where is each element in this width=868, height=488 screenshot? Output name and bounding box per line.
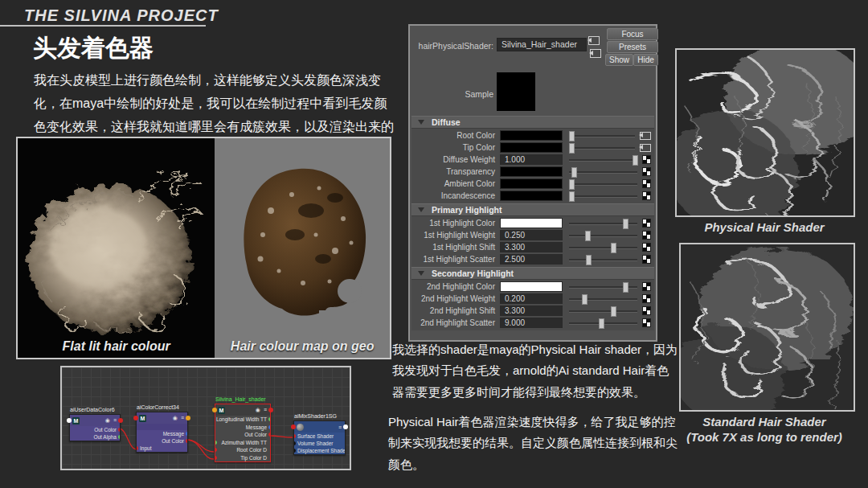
attr-row-1st-highlight-color: 1st Highlight Color bbox=[411, 217, 654, 229]
section-header-primary-highlight[interactable]: Primary Highlight bbox=[411, 203, 654, 216]
connection-icon[interactable] bbox=[640, 144, 651, 152]
port-volume-shader[interactable]: Volume Shader bbox=[294, 440, 345, 447]
color-swatch[interactable] bbox=[500, 142, 563, 153]
attr-slider[interactable] bbox=[569, 179, 637, 188]
port-message[interactable]: Message bbox=[137, 430, 187, 437]
texture-map-icon[interactable] bbox=[642, 243, 651, 252]
attr-slider[interactable] bbox=[569, 167, 637, 176]
attr-slider[interactable] bbox=[569, 231, 637, 240]
texture-map-icon[interactable] bbox=[642, 167, 651, 176]
geo-map-caption: Hair colour map on geo bbox=[215, 339, 390, 354]
flat-lit-hair-image: Flat lit hair colour bbox=[18, 138, 215, 358]
attr-row-1st-highlight-shift: 1st Highlight Shift 3.300 bbox=[411, 241, 654, 253]
sample-swatch bbox=[497, 72, 535, 111]
port-out-color[interactable]: Out Color bbox=[215, 431, 270, 439]
attr-slider[interactable] bbox=[569, 255, 637, 264]
node-silvina-hair-shader[interactable]: Silvina_Hair_shader M ◉ ≡ Longitudinal W… bbox=[215, 404, 271, 462]
node-state-dot bbox=[67, 418, 72, 423]
value-field[interactable]: 9.000 bbox=[500, 318, 563, 328]
texture-map-icon[interactable] bbox=[642, 231, 651, 240]
connect-input-icon[interactable] bbox=[588, 36, 600, 45]
attr-slider[interactable] bbox=[569, 282, 637, 291]
texture-map-icon[interactable] bbox=[642, 282, 651, 291]
maya-node-badge: M bbox=[218, 407, 225, 414]
value-field[interactable]: 3.300 bbox=[500, 306, 563, 316]
hair-colour-map-image: Hair colour map on geo bbox=[215, 138, 390, 358]
texture-map-icon[interactable] bbox=[642, 306, 651, 315]
attr-slider[interactable] bbox=[569, 219, 637, 228]
connect-output-icon[interactable] bbox=[590, 49, 601, 58]
standard-shader-caption: Standard Hair Shader (Took 7X as long to… bbox=[672, 415, 857, 445]
section-header-diffuse[interactable]: Diffuse bbox=[411, 116, 654, 129]
connection-icon[interactable] bbox=[640, 132, 651, 140]
node-title: aiMixShader1SG bbox=[294, 413, 345, 419]
color-swatch[interactable] bbox=[500, 166, 563, 177]
node-title: Silvina_Hair_shader bbox=[215, 396, 270, 402]
node-state-dot bbox=[343, 424, 348, 429]
node-header-icons: ◉ ≡ bbox=[173, 415, 185, 421]
attr-row-root-color: Root Color bbox=[411, 129, 654, 141]
attr-row-2nd-highlight-color: 2nd Highlight Color bbox=[411, 281, 654, 293]
hide-button[interactable]: Hide bbox=[633, 54, 658, 66]
port-root-color[interactable]: Root Color D bbox=[215, 446, 270, 454]
texture-map-icon[interactable] bbox=[642, 318, 651, 327]
port-tip-color[interactable]: Tip Color D bbox=[215, 454, 270, 462]
attr-row-transparency: Transparency bbox=[411, 166, 654, 178]
color-swatch[interactable] bbox=[500, 281, 563, 292]
port-out-color[interactable]: Out Color bbox=[137, 437, 187, 445]
attr-row-1st-highlight-scatter: 1st Highlight Scatter 2.500 bbox=[411, 253, 654, 265]
collapse-triangle-icon bbox=[418, 120, 424, 125]
texture-map-icon[interactable] bbox=[642, 255, 651, 264]
color-swatch[interactable] bbox=[500, 218, 563, 228]
title-underline bbox=[0, 25, 206, 27]
node-header-icons: ◉ ≡ bbox=[256, 407, 268, 413]
attr-row-2nd-highlight-scatter: 2nd Highlight Scatter 9.000 bbox=[411, 317, 654, 329]
color-swatch[interactable] bbox=[500, 130, 563, 141]
attr-slider[interactable] bbox=[569, 294, 637, 303]
attr-slider[interactable] bbox=[569, 191, 637, 200]
node-aimixshader-sg[interactable]: aiMixShader1SG ≡ Surface Shader Volume S… bbox=[293, 420, 346, 455]
value-field[interactable]: 3.300 bbox=[500, 242, 563, 252]
attr-slider[interactable] bbox=[569, 143, 635, 152]
node-aiuserdatacolor[interactable]: aiUserDataColor6 M ◉ ≡ Out Color Out Alp… bbox=[69, 414, 121, 441]
texture-map-icon[interactable] bbox=[642, 294, 651, 303]
texture-map-icon[interactable] bbox=[642, 191, 651, 200]
node-title: aiColorCorrect34 bbox=[137, 404, 187, 410]
texture-map-icon[interactable] bbox=[642, 155, 651, 164]
section-header-secondary-highlight[interactable]: Secondary Highlight bbox=[411, 267, 654, 280]
geo-head-art bbox=[215, 138, 390, 355]
node-name-field[interactable]: Silvina_Hair_shader bbox=[497, 38, 587, 51]
attr-slider[interactable] bbox=[569, 318, 637, 327]
attr-row-2nd-highlight-weight: 2nd Highlight Weight 0.200 bbox=[411, 293, 654, 305]
port-displacement-shader[interactable]: Displacement Shader bbox=[294, 447, 345, 454]
attribute-sections: Diffuse Root Color Tip Color Diffuse Wei… bbox=[411, 116, 654, 330]
port-out-color[interactable]: Out Color bbox=[70, 426, 120, 433]
value-field[interactable]: 1.000 bbox=[500, 154, 563, 165]
value-field[interactable]: 0.250 bbox=[500, 230, 563, 240]
value-field[interactable]: 0.200 bbox=[500, 293, 563, 304]
node-state-dot bbox=[186, 416, 190, 420]
node-aicolorcorrect[interactable]: aiColorCorrect34 M ◉ ≡ Message Out Color… bbox=[136, 412, 188, 453]
color-swatch[interactable] bbox=[500, 191, 563, 201]
render-speed-paragraph: Physical Hair着色器渲染速度快得多，给了我足够的控制来实现我想要的结… bbox=[388, 412, 682, 475]
value-field[interactable]: 2.500 bbox=[500, 254, 563, 265]
attr-slider[interactable] bbox=[569, 243, 637, 252]
attr-slider[interactable] bbox=[569, 155, 637, 164]
port-out-alpha[interactable]: Out Alpha bbox=[70, 433, 120, 441]
show-button[interactable]: Show bbox=[605, 54, 633, 66]
attr-slider[interactable] bbox=[569, 131, 635, 140]
node-state-dot bbox=[133, 416, 138, 420]
slide: THE SILVINA PROJECT 头发着色器 我在头皮模型上进行颜色绘制，… bbox=[0, 0, 868, 488]
color-swatch[interactable] bbox=[500, 178, 563, 189]
port-message[interactable]: Message bbox=[215, 424, 270, 432]
presets-button[interactable]: Presets bbox=[607, 41, 658, 53]
port-longitudinal-width[interactable]: Longitudinal Width TT bbox=[215, 416, 270, 424]
port-azimuthal-width[interactable]: Azimuthal Width TT bbox=[215, 439, 270, 447]
texture-map-icon[interactable] bbox=[642, 179, 651, 188]
port-surface-shader[interactable]: Surface Shader bbox=[294, 433, 345, 440]
attr-row-diffuse-weight: Diffuse Weight 1.000 bbox=[411, 154, 654, 166]
port-input[interactable]: Input bbox=[137, 445, 187, 452]
focus-button[interactable]: Focus bbox=[607, 28, 658, 40]
attr-slider[interactable] bbox=[569, 306, 637, 315]
texture-map-icon[interactable] bbox=[642, 219, 651, 228]
